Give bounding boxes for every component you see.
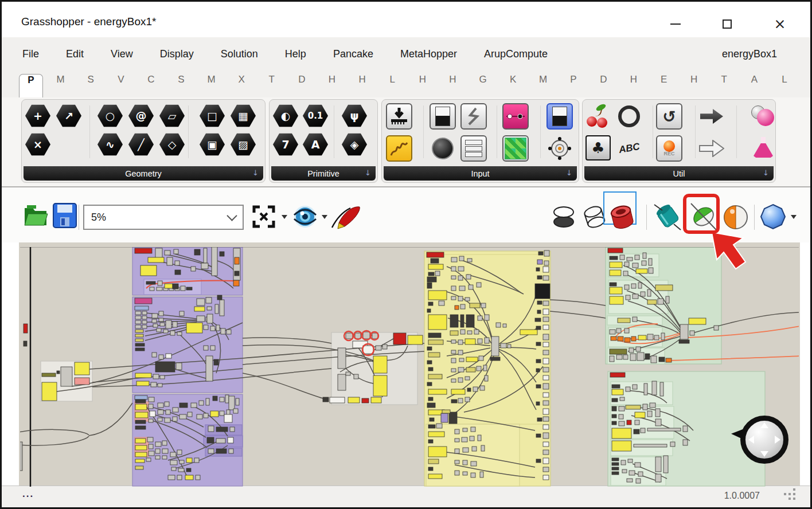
sketch-pen-button[interactable] bbox=[331, 203, 362, 232]
menu-edit[interactable]: Edit bbox=[66, 48, 84, 60]
tab-12-L[interactable]: L bbox=[381, 74, 404, 85]
construct-point-icon[interactable]: + bbox=[25, 104, 50, 127]
preview-blue-ball-icon[interactable] bbox=[760, 203, 786, 232]
tab-0-P[interactable]: P bbox=[19, 74, 43, 97]
md-slider-icon[interactable] bbox=[546, 135, 573, 162]
circle-icon[interactable]: ○ bbox=[97, 104, 123, 127]
minimize-button[interactable] bbox=[667, 17, 684, 32]
menu-display[interactable]: Display bbox=[160, 48, 194, 60]
import-slider-icon[interactable] bbox=[386, 103, 412, 130]
menu-file[interactable]: File bbox=[22, 48, 39, 60]
tab-3-V[interactable]: V bbox=[110, 74, 132, 85]
tab-6-M[interactable]: M bbox=[200, 74, 223, 85]
cherry-picker-icon[interactable] bbox=[585, 103, 611, 130]
cluster-icon[interactable] bbox=[616, 103, 642, 130]
tab-22-H[interactable]: H bbox=[682, 74, 705, 85]
integer-icon[interactable]: 7 bbox=[273, 133, 298, 156]
plane-icon[interactable]: ▱ bbox=[159, 104, 185, 127]
save-file-button[interactable] bbox=[52, 202, 77, 231]
title-bar[interactable]: Grasshopper - energyBox1* × bbox=[2, 2, 810, 37]
fitness-flask-icon[interactable] bbox=[750, 134, 776, 160]
data-input-icon[interactable] bbox=[698, 135, 725, 162]
tab-7-X[interactable]: X bbox=[230, 74, 253, 85]
cylinder-icon[interactable]: ▣ bbox=[200, 133, 225, 156]
tab-19-D[interactable]: D bbox=[592, 74, 615, 85]
boolean-toggle-icon[interactable] bbox=[546, 103, 573, 130]
eye-dropdown-icon[interactable] bbox=[322, 215, 327, 219]
tab-16-K[interactable]: K bbox=[502, 74, 525, 85]
tab-24-A[interactable]: A bbox=[743, 74, 766, 85]
definition-canvas[interactable] bbox=[19, 242, 800, 487]
preview-shaded-icon[interactable] bbox=[608, 203, 637, 233]
tab-25-L[interactable]: L bbox=[773, 74, 796, 85]
menu-arupcompute[interactable]: ArupCompute bbox=[484, 48, 548, 60]
toggle-icon[interactable] bbox=[430, 103, 456, 130]
zoom-extents-button[interactable] bbox=[252, 205, 276, 231]
document-name-label[interactable]: energyBox1 bbox=[722, 48, 777, 60]
tab-8-T[interactable]: T bbox=[260, 74, 283, 85]
tab-2-S[interactable]: S bbox=[79, 74, 102, 85]
panel-label-util[interactable]: Util↓ bbox=[584, 166, 774, 181]
preview-eye-button[interactable] bbox=[292, 203, 318, 232]
graph-mapper-icon[interactable] bbox=[460, 103, 487, 130]
value-list-icon[interactable] bbox=[460, 135, 487, 162]
tab-14-H[interactable]: H bbox=[441, 74, 464, 85]
close-button[interactable]: × bbox=[771, 17, 788, 32]
tab-4-C[interactable]: C bbox=[139, 74, 162, 85]
tab-1-M[interactable]: M bbox=[49, 74, 72, 85]
deconstruct-icon[interactable]: × bbox=[25, 133, 50, 156]
tree-icon[interactable]: ♣ bbox=[585, 135, 611, 160]
box-array-icon[interactable]: ▦ bbox=[231, 104, 256, 127]
tab-18-P[interactable]: P bbox=[562, 74, 585, 85]
number-icon[interactable]: 0.1 bbox=[303, 104, 328, 127]
galapagos-icon[interactable] bbox=[750, 103, 776, 130]
menu-pancake[interactable]: Pancake bbox=[333, 48, 373, 60]
zoom-level-combobox[interactable]: 5% bbox=[83, 205, 244, 230]
expand-arrow-icon[interactable]: ↓ bbox=[566, 169, 572, 177]
tab-21-E[interactable]: E bbox=[653, 74, 676, 85]
preview-orange-ball-icon[interactable] bbox=[722, 203, 749, 233]
menu-view[interactable]: View bbox=[111, 48, 133, 60]
vector-icon[interactable]: ↗ bbox=[56, 104, 81, 127]
expand-arrow-icon[interactable]: ↓ bbox=[252, 169, 259, 177]
line-icon[interactable]: ╱ bbox=[128, 133, 154, 156]
maximize-button[interactable] bbox=[719, 17, 736, 32]
zoom-dropdown-icon[interactable] bbox=[282, 215, 287, 219]
tab-20-H[interactable]: H bbox=[622, 74, 645, 85]
loop-icon[interactable]: ↺ bbox=[656, 103, 682, 130]
scribble-icon[interactable] bbox=[386, 135, 412, 162]
tab-13-H[interactable]: H bbox=[411, 74, 434, 85]
panel-label-primitive[interactable]: Primitive↓ bbox=[271, 166, 376, 181]
colour-swatch-icon[interactable] bbox=[502, 135, 529, 162]
tab-5-S[interactable]: S bbox=[170, 74, 193, 85]
gradient-icon[interactable] bbox=[502, 103, 529, 130]
open-file-button[interactable] bbox=[22, 202, 49, 231]
rectangle-icon[interactable]: ◇ bbox=[159, 133, 185, 156]
surface-icon[interactable]: ▨ bbox=[231, 133, 256, 156]
arc-icon[interactable]: ∿ bbox=[97, 133, 123, 156]
path-icon[interactable]: ψ bbox=[342, 104, 367, 127]
knob-icon[interactable] bbox=[430, 135, 456, 162]
preview-selected-only-icon[interactable] bbox=[653, 202, 683, 233]
preview-off-icon[interactable] bbox=[550, 205, 577, 232]
menu-solution[interactable]: Solution bbox=[221, 48, 258, 60]
tab-15-G[interactable]: G bbox=[471, 74, 494, 85]
menu-help[interactable]: Help bbox=[285, 48, 306, 60]
panel-label-geometry[interactable]: Geometry↓ bbox=[24, 166, 263, 181]
tab-23-T[interactable]: T bbox=[713, 74, 736, 85]
canvas-nav-ball[interactable] bbox=[740, 416, 788, 464]
record-icon[interactable]: REC bbox=[656, 135, 682, 162]
spiral-icon[interactable]: @ bbox=[128, 104, 154, 127]
resize-grip[interactable] bbox=[784, 493, 786, 495]
expand-arrow-icon[interactable]: ↓ bbox=[365, 169, 371, 177]
preview-dropdown-icon[interactable] bbox=[791, 215, 797, 219]
data-output-icon[interactable] bbox=[698, 103, 725, 130]
tab-10-H[interactable]: H bbox=[321, 74, 343, 85]
menu-metahopper[interactable]: MetaHopper bbox=[400, 48, 457, 60]
data-icon[interactable]: ◈ bbox=[342, 133, 367, 156]
box-icon[interactable]: □ bbox=[200, 104, 225, 127]
expand-arrow-icon[interactable]: ↓ bbox=[763, 169, 769, 177]
panel-label-input[interactable]: Input↓ bbox=[384, 166, 577, 181]
tab-11-H[interactable]: H bbox=[351, 74, 374, 85]
tab-9-D[interactable]: D bbox=[290, 74, 313, 85]
